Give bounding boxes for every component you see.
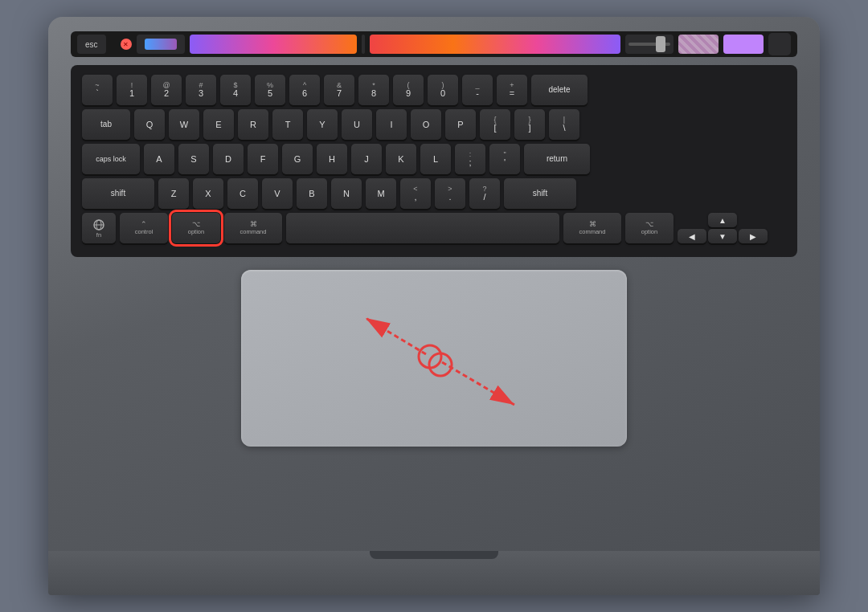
key-fn[interactable]: fn — [82, 213, 116, 243]
key-minus[interactable]: _- — [462, 75, 493, 105]
key-d[interactable]: D — [213, 144, 244, 174]
key-l[interactable]: L — [420, 144, 451, 174]
key-i[interactable]: I — [376, 109, 407, 140]
key-control[interactable]: ⌃ control — [120, 213, 168, 243]
trackpad-area — [71, 270, 797, 447]
key-a[interactable]: A — [144, 144, 174, 174]
arrow-keys: ▲ ◀ ▼ ▶ — [678, 213, 768, 243]
key-semicolon[interactable]: :; — [455, 144, 485, 174]
key-slash[interactable]: ?/ — [469, 178, 500, 209]
key-arrow-down[interactable]: ▼ — [708, 229, 737, 243]
gesture-svg — [241, 270, 627, 447]
key-tilde[interactable]: ~` — [82, 75, 113, 105]
tb-power[interactable] — [768, 33, 791, 55]
key-tab[interactable]: tab — [82, 109, 130, 140]
keyboard-area: ~` !1 @2 #3 $4 %5 ^6 &7 *8 (9 )0 _- += d… — [71, 65, 797, 257]
modifier-row: fn ⌃ control ⌥ option ⌘ command ⌘ comm — [82, 213, 786, 243]
tb-gradient-purple — [190, 35, 357, 54]
key-arrow-up[interactable]: ▲ — [708, 213, 737, 227]
key-0[interactable]: )0 — [428, 75, 458, 105]
key-t[interactable]: T — [272, 109, 303, 140]
key-rbracket[interactable]: }] — [514, 109, 545, 140]
key-z[interactable]: Z — [158, 178, 189, 209]
laptop-body: esc ✕ ~` !1 @2 #3 $4 %5 ^6 &7 *8 (9 — [48, 17, 820, 595]
key-delete[interactable]: delete — [531, 75, 588, 105]
tb-close-btn[interactable]: ✕ — [121, 39, 132, 50]
key-e[interactable]: E — [203, 109, 234, 140]
key-4[interactable]: $4 — [220, 75, 251, 105]
trackpad[interactable] — [241, 270, 627, 447]
key-v[interactable]: V — [262, 178, 293, 209]
number-row: ~` !1 @2 #3 $4 %5 ^6 &7 *8 (9 )0 _- += d… — [82, 75, 786, 105]
key-w[interactable]: W — [169, 109, 199, 140]
key-option-right[interactable]: ⌥ option — [625, 213, 674, 243]
tb-checkered — [678, 35, 719, 54]
key-5[interactable]: %5 — [255, 75, 285, 105]
key-command-left[interactable]: ⌘ command — [224, 213, 282, 243]
tb-slider[interactable] — [625, 35, 674, 54]
key-7[interactable]: &7 — [324, 75, 354, 105]
key-lbracket[interactable]: {[ — [480, 109, 510, 140]
key-f[interactable]: F — [248, 144, 278, 174]
key-shift-right[interactable]: shift — [504, 178, 576, 209]
key-q[interactable]: Q — [134, 109, 165, 140]
key-arrow-right[interactable]: ▶ — [739, 229, 768, 243]
tb-gradient-rainbow — [370, 35, 620, 54]
tb-divider — [362, 35, 365, 54]
key-j[interactable]: J — [351, 144, 382, 174]
tb-control-inner — [145, 39, 177, 50]
qwerty-row: tab Q W E R T Y U I O P {[ }] |\ — [82, 109, 786, 140]
key-2[interactable]: @2 — [151, 75, 182, 105]
key-3[interactable]: #3 — [186, 75, 216, 105]
key-command-right[interactable]: ⌘ command — [563, 213, 621, 243]
laptop-bottom — [48, 551, 820, 595]
key-c[interactable]: C — [227, 178, 258, 209]
svg-line-5 — [366, 318, 426, 354]
key-o[interactable]: O — [411, 109, 441, 140]
zxcv-row: shift Z X C V B N M <, >. ?/ shift — [82, 178, 786, 209]
key-r[interactable]: R — [238, 109, 268, 140]
key-p[interactable]: P — [445, 109, 476, 140]
key-g[interactable]: G — [282, 144, 313, 174]
asdf-row: caps lock A S D F G H J K L :; "' return — [82, 144, 786, 174]
esc-key[interactable]: esc — [77, 35, 106, 54]
key-period[interactable]: >. — [435, 178, 465, 209]
key-arrow-left[interactable]: ◀ — [678, 229, 706, 243]
key-s[interactable]: S — [178, 144, 209, 174]
key-shift-left[interactable]: shift — [82, 178, 154, 209]
key-option-left[interactable]: ⌥ option — [172, 213, 220, 243]
key-u[interactable]: U — [342, 109, 372, 140]
tb-purple — [723, 35, 764, 54]
key-k[interactable]: K — [386, 144, 416, 174]
tb-slider-thumb[interactable] — [656, 36, 665, 52]
key-return[interactable]: return — [524, 144, 590, 174]
hinge-notch — [370, 551, 498, 559]
key-equals[interactable]: += — [497, 75, 527, 105]
key-h[interactable]: H — [317, 144, 347, 174]
key-comma[interactable]: <, — [400, 178, 431, 209]
key-8[interactable]: *8 — [358, 75, 389, 105]
key-b[interactable]: B — [297, 178, 327, 209]
key-n[interactable]: N — [331, 178, 362, 209]
key-y[interactable]: Y — [307, 109, 338, 140]
key-capslock[interactable]: caps lock — [82, 144, 140, 174]
key-6[interactable]: ^6 — [289, 75, 320, 105]
key-backslash[interactable]: |\ — [549, 109, 579, 140]
svg-line-6 — [442, 362, 514, 405]
key-space[interactable] — [286, 213, 559, 243]
key-m[interactable]: M — [366, 178, 396, 209]
key-1[interactable]: !1 — [117, 75, 147, 105]
key-x[interactable]: X — [193, 178, 223, 209]
key-quote[interactable]: "' — [489, 144, 520, 174]
touch-bar: esc ✕ — [71, 31, 797, 57]
tb-media-control — [137, 35, 185, 54]
key-9[interactable]: (9 — [393, 75, 424, 105]
